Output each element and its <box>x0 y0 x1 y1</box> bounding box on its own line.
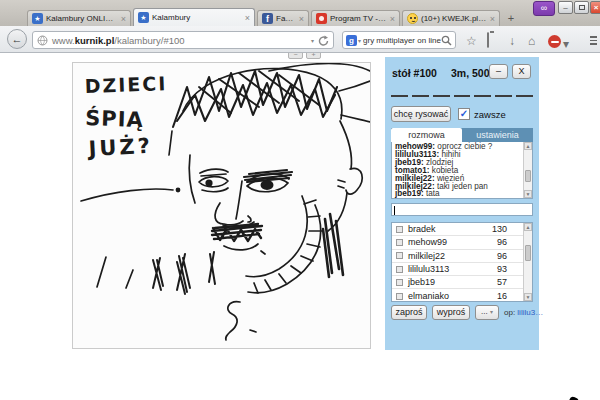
reload-icon[interactable] <box>318 35 329 46</box>
tab-close-icon[interactable]: × <box>390 15 395 23</box>
table-title: stół #100 <box>392 67 437 79</box>
panel-minimize-button[interactable]: – <box>489 64 508 79</box>
game-panel: stół #100 3m, 500 – X chcę rysować zawsz… <box>385 57 539 350</box>
player-row[interactable]: elmaniako 16 <box>392 290 523 303</box>
sketch-word-3: JUŻ? <box>86 133 153 161</box>
tab-close-icon[interactable]: × <box>299 15 304 23</box>
window-close-button[interactable]: × <box>590 1 600 14</box>
panel-actions: zaproś wyproś ... ▾ op: lililu3… <box>391 305 533 321</box>
sketch-word-2: ŚPIĄ <box>85 105 144 132</box>
drawing-canvas[interactable]: DZIECI ŚPIĄ JUŻ? <box>72 62 371 349</box>
back-button[interactable]: ← <box>7 29 27 49</box>
search-input[interactable]: gry multiplayer on line <box>363 36 441 45</box>
adblock-dropdown-icon[interactable]: ▾ <box>563 37 569 51</box>
player-list: bradek 130 mehow99 96 milkilej22 96 lili… <box>391 222 533 302</box>
panel-tabs: rozmowa ustawienia <box>391 128 533 142</box>
chat-message: jbeb19 tata <box>395 190 521 198</box>
op-label: op: lililu3… <box>504 308 543 317</box>
search-engine-dropdown-icon[interactable]: ▾ <box>358 37 361 44</box>
new-tab-button[interactable]: + <box>503 11 519 25</box>
facebook-icon: f <box>262 13 273 24</box>
tab-title: Facebook <box>276 14 296 23</box>
clipboard-icon[interactable] <box>487 33 489 47</box>
panel-close-button[interactable]: X <box>512 64 531 79</box>
tab-strip: ★ Kalambury ONLINE, zagraj... × ★ Kalamb… <box>0 0 600 26</box>
adblock-icon[interactable] <box>548 35 561 48</box>
chat-input[interactable] <box>391 203 533 216</box>
window-maximize-button[interactable] <box>574 1 589 14</box>
clipboard-glyph <box>487 32 489 48</box>
star-icon: ★ <box>32 13 43 24</box>
player-list-scrollbar[interactable]: ▲ ▼ <box>523 223 532 301</box>
tab-close-icon[interactable]: × <box>245 14 250 22</box>
tab-settings[interactable]: ustawienia <box>462 128 533 142</box>
player-row[interactable]: jbeb19 57 <box>392 276 523 289</box>
tv-icon <box>316 13 327 24</box>
scroll-up-icon[interactable]: ▲ <box>524 223 532 231</box>
maximize-icon <box>579 5 585 10</box>
scroll-down-icon[interactable]: ▼ <box>524 293 532 301</box>
table-settings-label: 3m, 500 <box>451 67 490 79</box>
downloads-icon[interactable]: ↓ <box>509 34 515 48</box>
url-prefix: www. <box>52 35 75 46</box>
player-row[interactable]: lililulu3113 93 <box>392 263 523 276</box>
player-row[interactable]: bradek 130 <box>392 223 523 236</box>
tab-kalambury[interactable]: ★ Kalambury × <box>133 8 255 26</box>
star-icon: ★ <box>138 12 149 23</box>
tab-title: Program TV - Wszystkie p... <box>330 14 387 23</box>
home-icon[interactable]: ⌂ <box>528 34 535 48</box>
tab-kwejk[interactable]: (10+) KWEJK.pl - Najlepszy... × <box>402 10 500 26</box>
window-minimize-button[interactable]: – <box>558 1 573 14</box>
extension-button[interactable]: ∞ <box>533 1 555 16</box>
kick-button[interactable]: wyproś <box>432 305 470 320</box>
tab-title: Kalambury <box>152 13 242 22</box>
google-icon: g <box>346 35 357 46</box>
tab-close-icon[interactable]: × <box>490 15 495 23</box>
navigation-bar: ← www.kurnik.pl/kalambury/#100 ▾ g ▾ gry… <box>0 26 600 53</box>
sketch-face <box>81 64 370 341</box>
invite-button[interactable]: zaproś <box>391 305 427 320</box>
player-checkbox[interactable] <box>396 239 403 246</box>
tab-program-tv[interactable]: Program TV - Wszystkie p... × <box>311 10 400 26</box>
menu-icon[interactable] <box>590 36 597 47</box>
tab-close-icon[interactable]: × <box>121 15 126 23</box>
text-cursor <box>394 206 395 215</box>
url-bar[interactable]: www.kurnik.pl/kalambury/#100 ▾ <box>32 31 334 49</box>
more-dropdown[interactable]: ... ▾ <box>475 305 499 320</box>
tab-title: Kalambury ONLINE, zagraj... <box>46 14 118 23</box>
watermark-hash-icon <box>548 393 600 400</box>
scroll-up-icon[interactable]: ▲ <box>524 142 532 150</box>
url-domain: kurnik.pl <box>75 35 115 46</box>
magnifier-icon[interactable] <box>441 35 452 46</box>
player-checkbox[interactable] <box>396 266 403 273</box>
chevron-down-icon: ▾ <box>490 309 493 315</box>
scrollbar-thumb[interactable] <box>525 170 531 182</box>
always-checkbox-label: zawsze <box>474 109 506 120</box>
player-checkbox[interactable] <box>396 293 403 300</box>
smiley-icon <box>407 13 418 24</box>
search-bar[interactable]: g ▾ gry multiplayer on line <box>342 31 456 49</box>
tab-kalambury-online[interactable]: ★ Kalambury ONLINE, zagraj... × <box>27 10 131 26</box>
bookmark-star-icon[interactable]: ☆ <box>466 34 477 48</box>
tab-chat[interactable]: rozmowa <box>391 128 462 142</box>
want-to-draw-button[interactable]: chcę rysować <box>391 106 451 122</box>
always-checkbox[interactable] <box>458 108 470 120</box>
player-row[interactable]: milkilej22 96 <box>392 250 523 263</box>
player-checkbox[interactable] <box>396 226 403 233</box>
sketch-word-1: DZIECI <box>84 72 167 97</box>
tab-facebook[interactable]: f Facebook × <box>257 10 309 26</box>
url-dropdown-icon[interactable]: ▾ <box>311 37 314 44</box>
page-content: − + DZIECI ŚPIĄ JUŻ? <box>0 53 600 400</box>
player-checkbox[interactable] <box>396 252 403 259</box>
scroll-down-icon[interactable]: ▼ <box>524 190 532 198</box>
player-checkbox[interactable] <box>396 279 403 286</box>
sketch-drawing: DZIECI ŚPIĄ JUŻ? <box>73 63 370 348</box>
globe-icon <box>37 35 48 46</box>
op-name: lililu3… <box>517 308 543 317</box>
player-row[interactable]: mehow99 96 <box>392 236 523 249</box>
url-path: /kalambury/#100 <box>114 35 184 46</box>
tab-title: (10+) KWEJK.pl - Najlepszy... <box>421 14 487 23</box>
word-placeholder <box>391 95 533 97</box>
chat-scrollbar[interactable]: ▲ ▼ <box>523 142 532 198</box>
scrollbar-thumb[interactable] <box>525 245 531 261</box>
